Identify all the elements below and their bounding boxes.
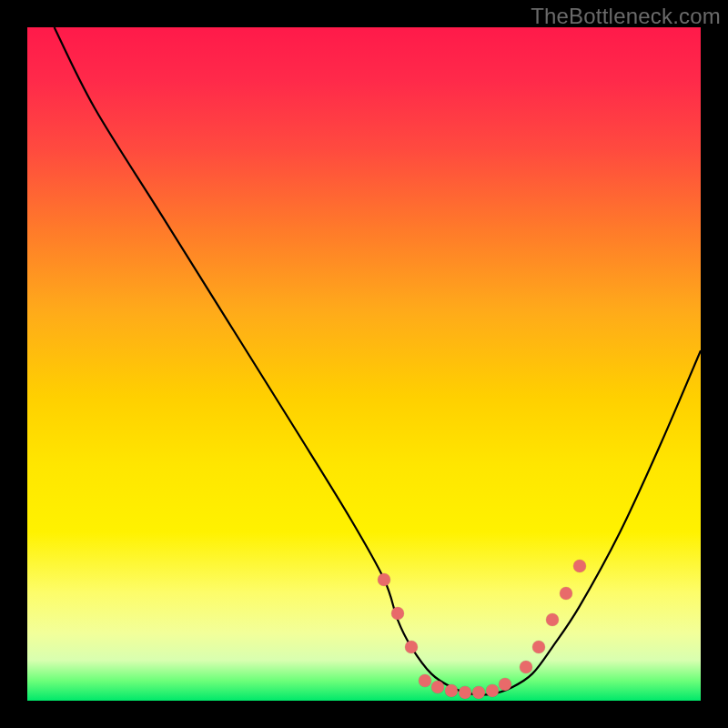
data-point: [378, 573, 390, 586]
data-point: [405, 641, 418, 653]
data-point: [391, 607, 404, 620]
data-point: [573, 560, 586, 572]
data-point: [499, 678, 511, 691]
data-point: [486, 684, 499, 697]
data-point: [472, 686, 485, 699]
data-point: [445, 684, 458, 697]
bottleneck-curve: [27, 27, 701, 701]
data-point: [419, 674, 431, 687]
data-point: [520, 661, 532, 673]
chart-plot-area: [27, 27, 701, 701]
data-point: [459, 686, 471, 699]
data-point: [560, 587, 572, 600]
watermark-text: TheBottleneck.com: [531, 4, 721, 29]
chart-outer-frame: TheBottleneck.com: [0, 0, 728, 728]
